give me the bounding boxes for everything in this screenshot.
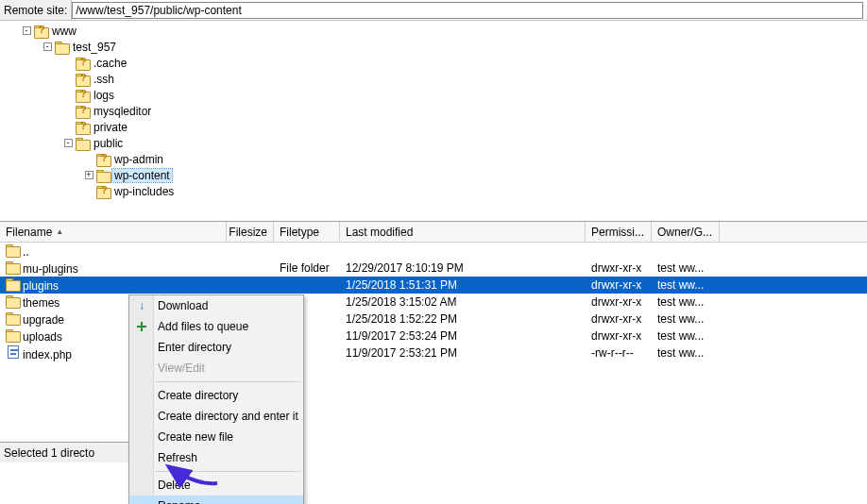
tree-node-mysqleditor[interactable]: ?mysqleditor bbox=[4, 103, 867, 119]
folder-icon bbox=[6, 312, 18, 324]
col-owner[interactable]: Owner/G... bbox=[652, 222, 720, 242]
menu-label: Refresh bbox=[158, 451, 197, 464]
folder-icon bbox=[76, 138, 89, 149]
remote-site-bar: Remote site: bbox=[0, 0, 867, 21]
tree-label: wp-content bbox=[112, 169, 172, 182]
remote-path-input[interactable] bbox=[72, 2, 863, 19]
menu-rename[interactable]: Rename bbox=[129, 496, 303, 504]
col-modified[interactable]: Last modified bbox=[340, 222, 586, 242]
tree-label: wp-admin bbox=[112, 153, 165, 166]
folder-icon bbox=[6, 244, 18, 256]
tree-label: mysqleditor bbox=[92, 105, 153, 118]
unknown-folder-icon: ? bbox=[34, 25, 47, 37]
status-bar: Selected 1 directo bbox=[0, 442, 128, 462]
tree-node-wp-content[interactable]: +wp-content bbox=[4, 167, 867, 183]
tree-node-wp-includes[interactable]: ?wp-includes bbox=[4, 183, 867, 199]
unknown-folder-icon: ? bbox=[76, 74, 89, 85]
sort-asc-icon: ▲ bbox=[56, 227, 63, 236]
menu-label: Create directory bbox=[158, 389, 238, 402]
menu-create-directory-and-enter-it[interactable]: Create directory and enter it bbox=[129, 406, 303, 427]
menu-separator bbox=[156, 381, 301, 382]
menu-label: Download bbox=[158, 299, 208, 312]
menu-delete[interactable]: Delete bbox=[129, 475, 303, 496]
menu-label: Create directory and enter it bbox=[158, 410, 298, 423]
tree-label: public bbox=[92, 137, 125, 150]
menu-label: Enter directory bbox=[158, 341, 231, 354]
unknown-folder-icon: ? bbox=[76, 90, 89, 101]
menu-label: Rename bbox=[158, 499, 200, 504]
tree-label: test_957 bbox=[71, 41, 118, 54]
menu-view-edit: View/Edit bbox=[129, 358, 303, 378]
tree-node-private[interactable]: ?private bbox=[4, 119, 867, 135]
col-filesize[interactable]: Filesize bbox=[227, 222, 274, 242]
tree-node-www[interactable]: -?www bbox=[4, 23, 867, 39]
file-row[interactable]: plugins1/25/2018 1:51:31 PMdrwxr-xr-xtes… bbox=[0, 277, 867, 294]
add-icon bbox=[134, 319, 149, 334]
file-row[interactable]: mu-pluginsFile folder12/29/2017 8:10:19 … bbox=[0, 260, 867, 277]
folder-icon bbox=[55, 42, 68, 53]
menu-create-directory[interactable]: Create directory bbox=[129, 385, 303, 406]
unknown-folder-icon: ? bbox=[96, 186, 110, 197]
menu-download[interactable]: ↓Download bbox=[129, 295, 303, 316]
file-row[interactable]: .. bbox=[0, 243, 867, 260]
tree-node--cache[interactable]: ?.cache bbox=[4, 55, 867, 71]
tree-label: .cache bbox=[92, 57, 128, 70]
unknown-folder-icon: ? bbox=[96, 154, 110, 165]
tree-node-wp-admin[interactable]: ?wp-admin bbox=[4, 151, 867, 167]
tree-node-test_957[interactable]: -test_957 bbox=[4, 39, 867, 55]
menu-label: Create new file bbox=[158, 430, 233, 444]
col-filename[interactable]: Filename▲ bbox=[0, 222, 227, 242]
context-menu: ↓DownloadAdd files to queueEnter directo… bbox=[128, 294, 304, 504]
unknown-folder-icon: ? bbox=[76, 58, 89, 69]
menu-separator bbox=[156, 471, 301, 472]
menu-label: View/Edit bbox=[158, 361, 205, 375]
tree-label: wp-includes bbox=[112, 185, 176, 198]
folder-icon bbox=[96, 170, 110, 181]
folder-icon bbox=[6, 261, 18, 273]
tree-label: www bbox=[50, 25, 78, 38]
folder-icon bbox=[6, 295, 18, 307]
menu-enter-directory[interactable]: Enter directory bbox=[129, 337, 303, 358]
collapse-icon[interactable]: - bbox=[23, 26, 31, 35]
php-file-icon bbox=[8, 345, 19, 359]
download-icon: ↓ bbox=[134, 298, 149, 313]
tree-label: private bbox=[92, 121, 129, 134]
collapse-icon[interactable]: - bbox=[43, 42, 52, 51]
tree-label: .ssh bbox=[92, 73, 116, 86]
folder-icon bbox=[6, 329, 18, 341]
file-list-header[interactable]: Filename▲ Filesize Filetype Last modifie… bbox=[0, 222, 867, 243]
menu-refresh[interactable]: Refresh bbox=[129, 447, 303, 468]
tree-node--ssh[interactable]: ?.ssh bbox=[4, 71, 867, 87]
remote-tree[interactable]: -?www-test_957?.cache?.ssh?logs?mysqledi… bbox=[0, 21, 867, 222]
remote-site-label: Remote site: bbox=[0, 0, 72, 20]
menu-label: Delete bbox=[158, 479, 191, 492]
col-filetype[interactable]: Filetype bbox=[274, 222, 340, 242]
tree-label: logs bbox=[92, 89, 116, 102]
menu-add-files-to-queue[interactable]: Add files to queue bbox=[129, 316, 303, 337]
tree-node-logs[interactable]: ?logs bbox=[4, 87, 867, 103]
unknown-folder-icon: ? bbox=[76, 122, 89, 133]
unknown-folder-icon: ? bbox=[76, 106, 89, 117]
menu-create-new-file[interactable]: Create new file bbox=[129, 427, 303, 447]
folder-icon bbox=[6, 278, 18, 290]
collapse-icon[interactable]: - bbox=[64, 139, 73, 147]
expand-icon[interactable]: + bbox=[85, 171, 94, 179]
col-permissions[interactable]: Permissi... bbox=[586, 222, 652, 242]
tree-node-public[interactable]: -public bbox=[4, 135, 867, 151]
menu-label: Add files to queue bbox=[158, 320, 248, 333]
